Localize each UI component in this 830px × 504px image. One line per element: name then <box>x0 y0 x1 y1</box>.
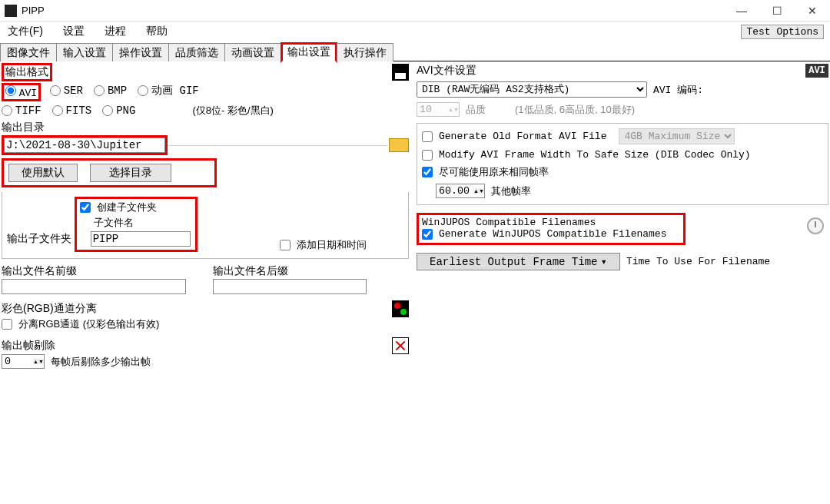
spinner-arrows[interactable]: ▲▼ <box>33 359 44 364</box>
delete-icon <box>392 337 409 354</box>
window-title: PIPP <box>22 5 45 16</box>
rgb-title: 彩色(RGB)通道分离 <box>2 301 97 317</box>
right-column: AVI文件设置 AVI DIB (RAW无编码 AS2支持格式) AVI 编码:… <box>417 63 828 502</box>
tab-input-settings[interactable]: 输入设置 <box>56 43 113 61</box>
radio-tiff[interactable]: TIFF <box>2 104 42 117</box>
same-fps-checkbox[interactable]: 尽可能使用原来相同帧率 <box>422 165 823 179</box>
avi-options-group: Generate Old Format AVI File 4GB Maximum… <box>417 123 828 205</box>
earliest-time-dropdown[interactable]: Earliest Output Frame Time▾ <box>417 253 620 270</box>
clock-icon <box>807 217 824 234</box>
avi-quality-label: 品质 <box>466 103 486 117</box>
sub-folder-group: 输出子文件夹 创建子文件夹 子文件名 添加日期和时间 <box>2 192 409 259</box>
other-fps-label: 其他帧率 <box>491 184 531 198</box>
sub-name-label: 子文件名 <box>94 216 192 230</box>
avi-quality-spinner: ▲▼ <box>417 102 460 117</box>
folder-icon[interactable] <box>389 138 409 152</box>
close-button[interactable]: ✕ <box>795 0 830 22</box>
radio-fits[interactable]: FITS <box>52 104 92 117</box>
frame-drop-spinner[interactable]: ▲▼ <box>2 354 45 369</box>
fps-spinner[interactable]: ▲▼ <box>436 184 485 198</box>
avi-badge-icon: AVI <box>805 64 828 78</box>
menu-help[interactable]: 帮助 <box>141 23 172 40</box>
prefix-input[interactable] <box>2 279 186 294</box>
left-column: 输出格式 AVI SER BMP 动画 GIF TIFF FITS PNG (仅… <box>2 63 409 502</box>
maximize-button[interactable]: ☐ <box>759 0 795 22</box>
menu-settings[interactable]: 设置 <box>58 23 89 40</box>
safe-width-checkbox[interactable]: Modify AVI Frame Width To Safe Size (DIB… <box>422 149 823 161</box>
output-dir-title: 输出目录 <box>2 120 409 135</box>
suffix-input[interactable] <box>213 279 367 294</box>
tab-bar: 图像文件 输入设置 操作设置 品质筛选 动画设置 输出设置 执行操作 <box>0 41 830 61</box>
menubar: 文件(F) 设置 进程 帮助 Test Options <box>0 22 830 41</box>
test-options-button[interactable]: Test Options <box>741 25 824 39</box>
avi-codec-label: AVI 编码: <box>653 83 703 97</box>
create-subfolder-checkbox[interactable]: 创建子文件夹 <box>80 201 192 214</box>
add-datetime-checkbox[interactable]: 添加日期和时间 <box>280 238 367 252</box>
winjupos-title: WinJUPOS Compatible Filenames <box>422 217 680 228</box>
tab-output-settings[interactable]: 输出设置 <box>281 42 337 63</box>
minimize-button[interactable]: — <box>724 0 759 22</box>
avi-codec-select[interactable]: DIB (RAW无编码 AS2支持格式) <box>417 81 647 98</box>
app-icon <box>5 5 17 17</box>
sub-folder-title: 输出子文件夹 <box>7 231 71 247</box>
rgb-icon <box>392 300 409 317</box>
sub-name-input[interactable] <box>91 231 191 247</box>
chevron-down-icon: ▾ <box>600 255 606 268</box>
avi-maxsize-select: 4GB Maximum Size <box>619 128 735 144</box>
separate-rgb-checkbox[interactable]: 分离RGB通道 (仅彩色输出有效) <box>2 317 409 331</box>
spinner-arrows[interactable]: ▲▼ <box>473 188 484 194</box>
menu-file[interactable]: 文件(F) <box>3 23 48 40</box>
app-window: PIPP — ☐ ✕ 文件(F) 设置 进程 帮助 Test Options 图… <box>0 0 830 504</box>
tab-content: 输出格式 AVI SER BMP 动画 GIF TIFF FITS PNG (仅… <box>0 61 830 504</box>
format-note: (仅8位- 彩色/黑白) <box>192 104 273 118</box>
frame-drop-label: 每帧后剔除多少输出帧 <box>51 355 151 369</box>
radio-ser[interactable]: SER <box>50 85 83 97</box>
radio-png[interactable]: PNG <box>102 104 135 117</box>
tab-execute[interactable]: 执行操作 <box>337 43 393 61</box>
avi-quality-hint: (1低品质, 6高品质, 10最好) <box>515 103 635 117</box>
save-icon[interactable] <box>392 64 409 81</box>
tab-image-files[interactable]: 图像文件 <box>0 43 57 61</box>
radio-animated-gif[interactable]: 动画 GIF <box>138 84 199 98</box>
winjupos-generate-checkbox[interactable]: Generate WinJUPOS Compatible Filenames <box>422 228 680 240</box>
frame-drop-title: 输出帧剔除 <box>2 338 55 353</box>
old-format-checkbox[interactable]: Generate Old Format AVI File 4GB Maximum… <box>422 128 823 144</box>
output-format-title: 输出格式 <box>2 63 52 81</box>
tab-quality-filter[interactable]: 品质筛选 <box>168 43 225 61</box>
titlebar: PIPP — ☐ ✕ <box>0 0 830 22</box>
choose-dir-button[interactable]: 选择目录 <box>90 164 171 182</box>
radio-avi[interactable]: AVI <box>5 87 37 98</box>
prefix-title: 输出文件名前缀 <box>2 264 198 279</box>
output-dir-input[interactable] <box>4 138 165 153</box>
avi-settings-title: AVI文件设置 <box>417 63 476 78</box>
radio-bmp[interactable]: BMP <box>94 85 127 97</box>
use-default-button[interactable]: 使用默认 <box>8 164 78 182</box>
time-to-use-label: Time To Use For Filename <box>626 256 770 267</box>
tab-operation-settings[interactable]: 操作设置 <box>112 43 169 61</box>
tab-animation-settings[interactable]: 动画设置 <box>224 43 281 61</box>
menu-process[interactable]: 进程 <box>100 23 131 40</box>
suffix-title: 输出文件名后缀 <box>213 264 409 279</box>
